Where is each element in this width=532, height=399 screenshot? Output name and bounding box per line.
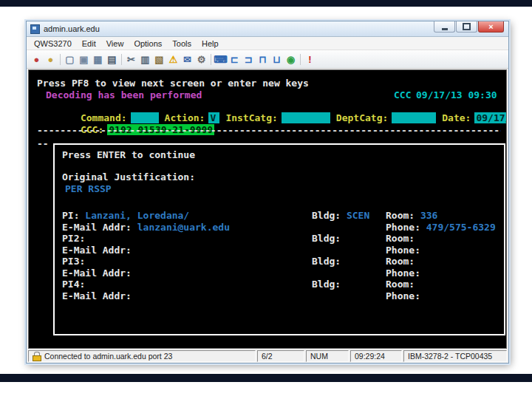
phone-cell: Phone: [386, 245, 426, 256]
instcatg-label: InstCatg: [225, 112, 277, 123]
print-screen-icon[interactable]: ▤ [105, 52, 119, 66]
bldg-label: Bldg: [312, 279, 347, 290]
field-left-icon[interactable]: ⊏ [228, 52, 242, 66]
cut-icon[interactable]: ✂ [124, 52, 138, 66]
email-row-4: E-Mail Addr: Phone: [62, 290, 501, 302]
field-right-icon[interactable]: ⊐ [242, 52, 256, 66]
globe-icon[interactable]: ◉ [284, 52, 298, 66]
pi-value: Lanzani, Loredana/ [85, 210, 189, 221]
bldg-cell: Bldg: [312, 279, 347, 290]
pi-label: PI2: [62, 233, 91, 244]
titlebar[interactable]: admin.uark.edu × [27, 21, 508, 37]
toolbar-separator [121, 54, 122, 65]
email-label: E-Mail Addr: [62, 290, 137, 301]
bldg-cell: Bldg: [312, 233, 347, 244]
phone-label: Phone: [386, 290, 426, 301]
slide-bottom-bar [0, 374, 532, 382]
cursor-position: 6/2 [257, 350, 304, 362]
pi-row-4: PI4: Bldg: Room: [62, 279, 501, 290]
toolbar-icons: ●●▢▣▦▤✂▥▧⚠✉⚙⌨⊏⊐⊓⊔◉! [30, 52, 317, 66]
slide-top-bar [0, 0, 532, 7]
toolbar: ●●▢▣▦▤✂▥▧⚠✉⚙⌨⊏⊐⊓⊔◉! [27, 50, 508, 69]
instcatg-input[interactable] [282, 112, 330, 123]
room-label: Room: [386, 233, 420, 244]
pi-label: PI: [62, 210, 85, 221]
bldg-label: Bldg: [312, 256, 347, 267]
connection-text: Connected to admin.uark.edu port 23 [44, 352, 172, 361]
warning-icon[interactable]: ⚠ [166, 52, 180, 66]
phone-cell: Phone: [386, 267, 426, 279]
close-button[interactable]: × [478, 21, 504, 33]
paste-icon[interactable]: ▧ [152, 52, 166, 66]
toolbar-separator [300, 54, 301, 65]
window-icon [30, 24, 40, 34]
field-bottom-icon[interactable]: ⊔ [270, 52, 284, 66]
terminal-id: IBM-3278-2 - TCP00435 [403, 350, 507, 362]
pi-label: PI3: [62, 256, 91, 267]
bldg-cell: Bldg: SCEN [312, 210, 369, 221]
maximize-icon [463, 23, 471, 30]
justification-label: Original Justification: [62, 171, 501, 183]
email-label: E-Mail Addr: [62, 267, 137, 279]
stop-icon[interactable]: ! [303, 52, 317, 66]
bldg-label: Bldg: [312, 233, 347, 244]
minimize-button[interactable] [434, 21, 455, 33]
phone-cell: Phone: [386, 290, 426, 301]
toolbar-separator [211, 54, 211, 65]
session-time: 09:29:24 [350, 350, 402, 362]
room-cell: Room: [386, 233, 420, 244]
email-row-3: E-Mail Addr: Phone: [62, 267, 501, 279]
bldg-cell: Bldg: [312, 256, 347, 267]
terminal-screen[interactable]: Press PF8 to view next screen or enter n… [28, 69, 507, 349]
date-input[interactable]: 09/17/2013 [474, 112, 507, 123]
copy-icon[interactable]: ▥ [138, 52, 152, 66]
email-label: E-Mail Addr: [62, 222, 137, 233]
email-value: lanzani@uark.edu [137, 222, 230, 233]
menu-tools[interactable]: Tools [167, 38, 197, 49]
statusbar: Connected to admin.uark.edu port 23 6/2 … [27, 349, 508, 363]
popup-header: Press ENTER to continue [62, 149, 501, 161]
menu-view[interactable]: View [101, 38, 129, 49]
terminal-datetime: 09/17/13 09:30 [416, 89, 497, 100]
deptcatg-input[interactable] [392, 112, 436, 123]
mail-icon[interactable]: ✉ [180, 52, 194, 66]
date-label: Date: [442, 112, 471, 123]
window-title: admin.uark.edu [44, 24, 100, 33]
save-screen-icon[interactable]: ▦ [91, 52, 105, 66]
left-dash: -- [37, 138, 49, 149]
terminal-ccc-header: CCC [394, 89, 411, 100]
room-cell: Room: [386, 256, 420, 267]
pi-row-1: PI: Lanzani, Loredana/Bldg: SCENRoom: 33… [62, 210, 501, 222]
window-controls: × [433, 21, 504, 33]
phone-label: Phone: [386, 222, 426, 233]
append-screen-icon[interactable]: ▣ [77, 52, 91, 66]
menu-options[interactable]: Options [129, 38, 167, 49]
maximize-button[interactable] [456, 21, 477, 33]
minimize-icon [442, 28, 448, 30]
pi-row-3: PI3: Bldg: Room: [62, 256, 501, 267]
keyboard-icon[interactable]: ⌨ [214, 52, 228, 66]
room-value: 336 [420, 210, 437, 221]
separator-line: ----------------------------------------… [37, 125, 501, 136]
room-label: Room: [386, 256, 420, 267]
phone-value: 479/575-6329 [426, 222, 496, 233]
num-lock-indicator: NUM [306, 350, 349, 362]
email-row-1: E-Mail Addr: lanzani@uark.eduPhone: 479/… [62, 222, 501, 233]
settings-icon[interactable]: ⚙ [194, 52, 208, 66]
copy-screen-icon[interactable]: ▢ [63, 52, 77, 66]
field-top-icon[interactable]: ⊓ [256, 52, 270, 66]
room-cell: Room: 336 [386, 210, 437, 221]
menu-edit[interactable]: Edit [77, 38, 101, 49]
disconnect-icon[interactable]: ● [44, 52, 58, 66]
connection-status: Connected to admin.uark.edu port 23 [28, 350, 256, 362]
email-label: E-Mail Addr: [62, 245, 137, 256]
menu-qws3270[interactable]: QWS3270 [29, 38, 77, 49]
phone-label: Phone: [386, 267, 426, 279]
terminal-status-message: Decoding has been performed [46, 89, 202, 100]
connect-icon[interactable]: ● [30, 52, 44, 66]
deptcatg-label: DeptCatg: [336, 112, 388, 123]
menu-help[interactable]: Help [197, 38, 224, 49]
phone-cell: Phone: 479/575-6329 [386, 222, 496, 233]
room-label: Room: [386, 279, 420, 290]
room-label: Room: [386, 210, 420, 221]
